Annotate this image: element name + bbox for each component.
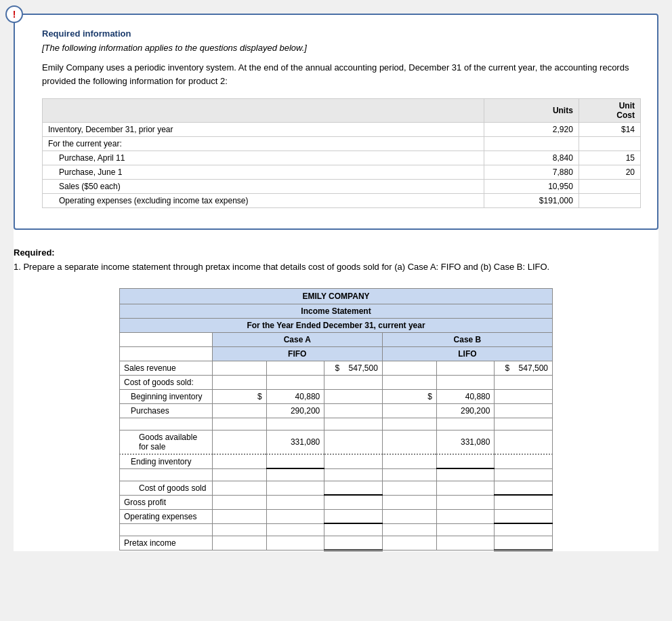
case-b-cogs-value[interactable] bbox=[436, 481, 495, 495]
case-b-goods-total[interactable] bbox=[495, 430, 553, 454]
row-unit-cost bbox=[579, 137, 640, 151]
case-a-oe-total[interactable] bbox=[324, 509, 383, 523]
blank-a1[interactable] bbox=[212, 468, 266, 481]
row-units: $191,000 bbox=[484, 194, 579, 208]
case-a-cogs-dollar[interactable] bbox=[212, 481, 266, 495]
blank-6[interactable] bbox=[436, 418, 495, 430]
row-label: Purchase, June 1 bbox=[43, 165, 484, 180]
case-a-beg-inv-total[interactable] bbox=[324, 389, 383, 403]
info-subtitle: [The following information applies to th… bbox=[42, 43, 641, 53]
blank-b1[interactable] bbox=[382, 468, 436, 481]
case-b-beg-inv-value[interactable]: 40,880 bbox=[436, 389, 495, 403]
gross-profit-row: Gross profit bbox=[120, 495, 553, 509]
goods-available-row: Goods available for sale 331,080 331,080 bbox=[120, 430, 553, 454]
case-b-pi-total[interactable] bbox=[495, 536, 553, 550]
row-unit-cost: 20 bbox=[579, 165, 640, 180]
case-b-goods-value[interactable]: 331,080 bbox=[436, 430, 495, 454]
operating-expenses-row: Operating expenses bbox=[120, 509, 553, 523]
case-a-pi-total[interactable] bbox=[324, 536, 383, 550]
case-b-gp-dollar[interactable] bbox=[382, 495, 436, 509]
case-b-purchases-dollar[interactable] bbox=[382, 403, 436, 418]
required-label: Required: bbox=[14, 247, 55, 258]
case-b-gp-total[interactable] bbox=[495, 495, 553, 509]
blank-row-3 bbox=[120, 523, 553, 536]
case-b-pi-dollar[interactable] bbox=[382, 536, 436, 550]
case-a-pi-dollar[interactable] bbox=[212, 536, 266, 550]
case-b-sales-total[interactable]: $ 547,500 bbox=[495, 361, 553, 375]
income-statement-wrapper: EMILY COMPANY Income Statement For the Y… bbox=[119, 288, 553, 551]
blank-4[interactable] bbox=[324, 418, 383, 430]
row-units: 2,920 bbox=[484, 123, 579, 137]
case-b-sales-dollar bbox=[382, 361, 436, 375]
table-row: Operating expenses (excluding income tax… bbox=[43, 194, 641, 208]
case-a-goods-dollar[interactable] bbox=[212, 430, 266, 454]
empty-header bbox=[120, 332, 213, 346]
case-b-purchases-total[interactable] bbox=[495, 403, 553, 418]
empty-4 bbox=[382, 375, 436, 389]
case-b-end-inv-dollar[interactable] bbox=[382, 454, 436, 469]
case-b-end-inv-value[interactable] bbox=[436, 454, 495, 469]
case-b-goods-dollar[interactable] bbox=[382, 430, 436, 454]
blank-a6[interactable] bbox=[324, 523, 383, 536]
blank-7[interactable] bbox=[495, 418, 553, 430]
case-b-cogs-dollar[interactable] bbox=[382, 481, 436, 495]
case-a-end-inv-dollar[interactable] bbox=[212, 454, 266, 469]
case-a-beg-inv-value[interactable]: 40,880 bbox=[266, 389, 324, 403]
blank-a2[interactable] bbox=[266, 468, 324, 481]
case-a-gp-dollar[interactable] bbox=[212, 495, 266, 509]
case-a-end-inv-total[interactable] bbox=[324, 454, 383, 469]
case-a-oe-value[interactable] bbox=[266, 509, 324, 523]
sub-header-row: FIFO LIFO bbox=[120, 346, 553, 361]
case-a-cogs-value[interactable] bbox=[266, 481, 324, 495]
case-b-end-inv-total[interactable] bbox=[495, 454, 553, 469]
case-b-purchases-value[interactable]: 290,200 bbox=[436, 403, 495, 418]
case-b-gp-value[interactable] bbox=[436, 495, 495, 509]
row-unit-cost: 15 bbox=[579, 151, 640, 165]
empty-5 bbox=[436, 375, 495, 389]
case-a-goods-value[interactable]: 331,080 bbox=[266, 430, 324, 454]
blank-5[interactable] bbox=[382, 418, 436, 430]
blank-a4[interactable] bbox=[212, 523, 266, 536]
blank-label-3 bbox=[120, 523, 213, 536]
blank-3[interactable] bbox=[266, 418, 324, 430]
col-header-unit-cost: UnitCost bbox=[579, 99, 640, 123]
blank-a5[interactable] bbox=[266, 523, 324, 536]
case-b-sales-input[interactable] bbox=[436, 361, 495, 375]
pretax-income-label: Pretax income bbox=[120, 536, 213, 550]
case-b-oe-dollar[interactable] bbox=[382, 509, 436, 523]
case-a-sales-total[interactable]: $ 547,500 bbox=[324, 361, 383, 375]
operating-expenses-label: Operating expenses bbox=[120, 509, 213, 523]
case-a-purchases-total[interactable] bbox=[324, 403, 383, 418]
case-a-cogs-total[interactable] bbox=[324, 481, 383, 495]
case-a-beg-inv-dollar[interactable]: $ bbox=[212, 389, 266, 403]
blank-b3[interactable] bbox=[495, 468, 553, 481]
case-a-gp-value[interactable] bbox=[266, 495, 324, 509]
case-b-beg-inv-total[interactable] bbox=[495, 389, 553, 403]
row-label: Operating expenses (excluding income tax… bbox=[43, 194, 484, 208]
blank-b5[interactable] bbox=[436, 523, 495, 536]
blank-b2[interactable] bbox=[436, 468, 495, 481]
case-a-purchases-value[interactable]: 290,200 bbox=[266, 403, 324, 418]
blank-a3[interactable] bbox=[324, 468, 383, 481]
case-a-purchases-dollar[interactable] bbox=[212, 403, 266, 418]
blank-2[interactable] bbox=[212, 418, 266, 430]
case-a-oe-dollar[interactable] bbox=[212, 509, 266, 523]
row-unit-cost bbox=[579, 180, 640, 194]
blank-b6[interactable] bbox=[495, 523, 553, 536]
case-b-oe-total[interactable] bbox=[495, 509, 553, 523]
purchases-row: Purchases 290,200 290,200 bbox=[120, 403, 553, 418]
blank-b4[interactable] bbox=[382, 523, 436, 536]
sales-revenue-label: Sales revenue bbox=[120, 361, 213, 375]
case-a-end-inv-value[interactable] bbox=[266, 454, 324, 469]
case-b-beg-inv-dollar[interactable]: $ bbox=[382, 389, 436, 403]
row-units bbox=[484, 137, 579, 151]
case-a-goods-total[interactable] bbox=[324, 430, 383, 454]
table-row: Sales ($50 each) 10,950 bbox=[43, 180, 641, 194]
purchases-label: Purchases bbox=[120, 403, 213, 418]
case-a-pi-value[interactable] bbox=[266, 536, 324, 550]
case-b-oe-value[interactable] bbox=[436, 509, 495, 523]
case-a-gp-total[interactable] bbox=[324, 495, 383, 509]
case-b-pi-value[interactable] bbox=[436, 536, 495, 550]
case-b-cogs-total[interactable] bbox=[495, 481, 553, 495]
case-a-sales-input[interactable] bbox=[266, 361, 324, 375]
